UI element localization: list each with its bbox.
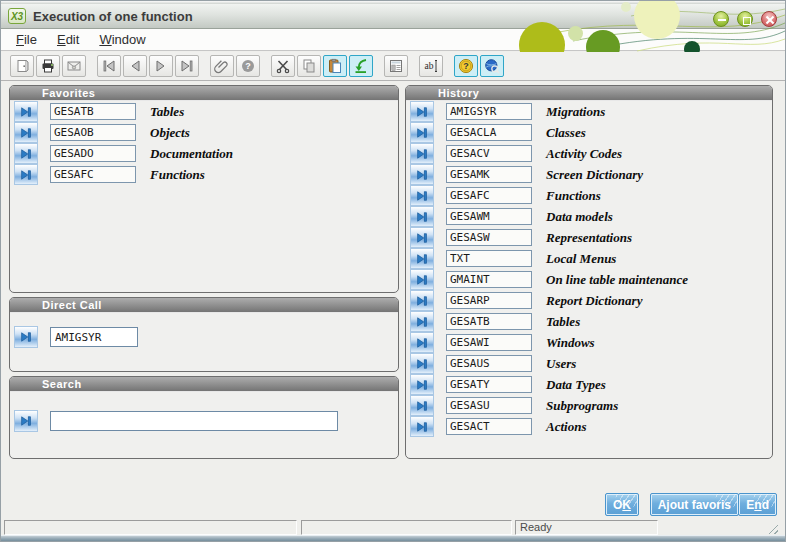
- function-label: Activity Codes: [546, 146, 622, 162]
- menu-edit[interactable]: Edit: [57, 32, 79, 47]
- execute-function-icon[interactable]: [14, 326, 38, 348]
- execute-function-icon[interactable]: [410, 248, 434, 269]
- toolbar: ? ab: [1, 52, 785, 81]
- execute-function-icon[interactable]: [410, 416, 434, 437]
- execute-function-icon[interactable]: [410, 185, 434, 206]
- cut-icon[interactable]: [271, 55, 295, 77]
- function-code-field[interactable]: [446, 208, 532, 225]
- search-input[interactable]: [50, 411, 338, 431]
- execute-function-icon[interactable]: [410, 143, 434, 164]
- function-code-field[interactable]: [50, 124, 136, 141]
- function-code-field[interactable]: [446, 376, 532, 393]
- execute-function-icon[interactable]: [14, 101, 38, 122]
- execute-function-icon[interactable]: [410, 269, 434, 290]
- function-code-field[interactable]: [50, 145, 136, 162]
- ok-button[interactable]: OK: [605, 493, 639, 516]
- execute-function-icon[interactable]: [410, 353, 434, 374]
- history-row: On line table maintenance: [410, 269, 688, 290]
- help-icon[interactable]: ?: [236, 55, 260, 77]
- execute-function-icon[interactable]: [410, 395, 434, 416]
- function-label: Report Dictionary: [546, 293, 642, 309]
- paste-icon[interactable]: [323, 55, 347, 77]
- app-window: X3 Execution of one function File Edit W…: [0, 0, 786, 542]
- execute-function-icon[interactable]: [14, 122, 38, 143]
- history-row: Tables: [410, 311, 688, 332]
- favorite-row: Objects: [14, 122, 233, 143]
- quit-icon[interactable]: [10, 55, 34, 77]
- svg-text:?: ?: [245, 61, 251, 71]
- function-code-field[interactable]: [446, 334, 532, 351]
- history-row: Activity Codes: [410, 143, 688, 164]
- import-icon[interactable]: [349, 55, 373, 77]
- function-code-field[interactable]: [446, 292, 532, 309]
- attachment-icon[interactable]: [210, 55, 234, 77]
- execute-function-icon[interactable]: [410, 311, 434, 332]
- web-search-icon[interactable]: [480, 55, 504, 77]
- last-record-icon[interactable]: [175, 55, 199, 77]
- window-bottom-edge: [1, 535, 785, 541]
- execute-function-icon[interactable]: [410, 122, 434, 143]
- function-code-field[interactable]: [446, 313, 532, 330]
- status-segment-2: [301, 520, 512, 535]
- function-code-field[interactable]: [446, 166, 532, 183]
- function-label: Tables: [150, 104, 184, 120]
- history-row: Windows: [410, 332, 688, 353]
- context-help-icon[interactable]: ?: [454, 55, 478, 77]
- function-code-field[interactable]: [446, 418, 532, 435]
- title-bar: X3 Execution of one function: [1, 4, 785, 29]
- end-button[interactable]: End: [738, 493, 777, 516]
- execute-function-icon[interactable]: [410, 101, 434, 122]
- function-code-field[interactable]: [446, 229, 532, 246]
- function-label: Objects: [150, 125, 190, 141]
- mail-icon[interactable]: [62, 55, 86, 77]
- function-code-field[interactable]: [446, 145, 532, 162]
- svg-text:ab: ab: [425, 61, 434, 71]
- direct-call-field[interactable]: [50, 327, 138, 347]
- function-code-field[interactable]: [446, 124, 532, 141]
- function-label: Local Menus: [546, 251, 616, 267]
- maximize-button[interactable]: [737, 11, 753, 27]
- function-code-field[interactable]: [446, 355, 532, 372]
- function-code-field[interactable]: [50, 166, 136, 183]
- previous-record-icon[interactable]: [123, 55, 147, 77]
- report-icon[interactable]: [384, 55, 408, 77]
- function-code-field[interactable]: [446, 397, 532, 414]
- execute-function-icon[interactable]: [410, 332, 434, 353]
- resize-grip[interactable]: [766, 522, 778, 534]
- function-code-field[interactable]: [446, 271, 532, 288]
- execute-function-icon[interactable]: [410, 227, 434, 248]
- execute-function-icon[interactable]: [14, 164, 38, 185]
- function-code-field[interactable]: [446, 187, 532, 204]
- function-label: Data models: [546, 209, 613, 225]
- minimize-button[interactable]: [713, 11, 729, 27]
- function-code-field[interactable]: [50, 103, 136, 120]
- execute-function-icon[interactable]: [410, 374, 434, 395]
- print-icon[interactable]: [36, 55, 60, 77]
- favorite-row: Tables: [14, 101, 233, 122]
- execute-search-icon[interactable]: [14, 410, 38, 432]
- execute-function-icon[interactable]: [410, 164, 434, 185]
- function-code-field[interactable]: [446, 103, 532, 120]
- add-favorite-button[interactable]: Ajout favoris: [650, 493, 739, 516]
- favorites-panel: Favorites Tables Objects: [9, 85, 399, 293]
- execute-function-icon[interactable]: [410, 206, 434, 227]
- copy-icon[interactable]: [297, 55, 321, 77]
- history-row: Screen Dictionary: [410, 164, 688, 185]
- history-row: Report Dictionary: [410, 290, 688, 311]
- text-edit-icon[interactable]: ab: [419, 55, 443, 77]
- next-record-icon[interactable]: [149, 55, 173, 77]
- close-button[interactable]: [761, 11, 777, 27]
- execute-function-icon[interactable]: [410, 290, 434, 311]
- function-label: Representations: [546, 230, 632, 246]
- function-label: Screen Dictionary: [546, 167, 643, 183]
- history-row: Local Menus: [410, 248, 688, 269]
- function-label: Tables: [546, 314, 580, 330]
- first-record-icon[interactable]: [97, 55, 121, 77]
- function-label: Functions: [546, 188, 601, 204]
- execute-function-icon[interactable]: [14, 143, 38, 164]
- favorite-row: Documentation: [14, 143, 233, 164]
- function-code-field[interactable]: [446, 250, 532, 267]
- menu-window[interactable]: Window: [99, 32, 145, 47]
- history-row: Subprograms: [410, 395, 688, 416]
- menu-file[interactable]: File: [16, 32, 37, 47]
